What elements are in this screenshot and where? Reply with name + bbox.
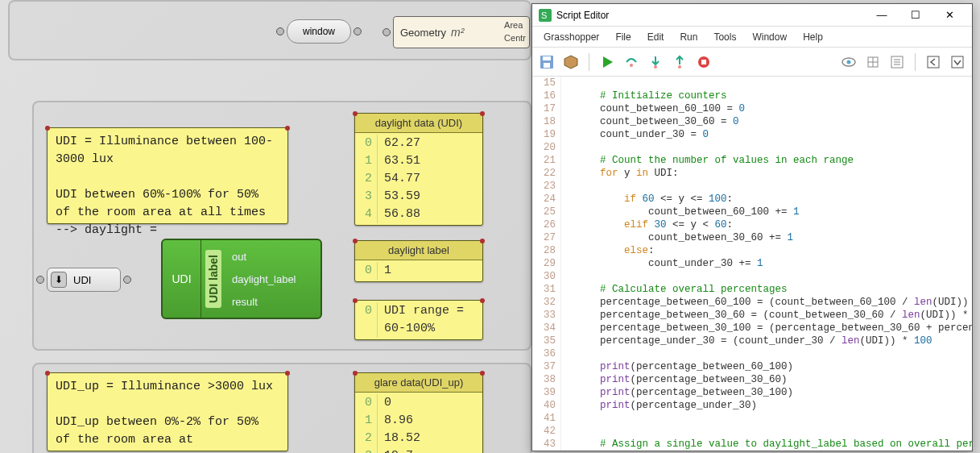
menu-window[interactable]: Window [746, 29, 793, 45]
step-out-icon[interactable] [670, 52, 689, 72]
table-row: 18.96 [355, 412, 482, 430]
panel-title: daylight label [355, 241, 482, 260]
python-script-component[interactable]: UDI UDI label out daylight_label result [161, 239, 322, 319]
note-udi-up-definition[interactable]: UDI_up = Illuminance >3000 lux UDI_up be… [47, 372, 288, 451]
input-port[interactable] [36, 276, 44, 284]
preview-icon[interactable] [839, 52, 858, 72]
svg-point-5 [630, 64, 633, 67]
script-output-out[interactable]: out [225, 251, 320, 263]
output-port[interactable] [354, 27, 362, 35]
svg-text:S: S [541, 10, 547, 20]
panel-glare-data[interactable]: glare data(UDI_up) 0018.96218.52319.7 [354, 372, 483, 453]
output-area: Area [504, 19, 526, 31]
toolbar [532, 48, 972, 77]
menubar: Grasshopper File Edit Run Tools Window H… [532, 27, 972, 48]
geometry-outputs: Area Centr [504, 19, 526, 44]
script-output-daylight-label[interactable]: daylight_label [225, 273, 320, 285]
table-row: 319.7 [355, 447, 482, 453]
panel-udi-range[interactable]: 0UDI range = 60-100% [354, 300, 483, 340]
step-into-icon[interactable] [646, 52, 665, 72]
svg-rect-3 [543, 56, 551, 60]
svg-point-6 [654, 65, 657, 69]
table-row: 353.59 [355, 188, 482, 206]
svg-rect-9 [701, 60, 706, 64]
menu-run[interactable]: Run [673, 29, 704, 45]
table-row: 218.52 [355, 430, 482, 447]
input-port[interactable] [276, 27, 284, 35]
output-port[interactable] [123, 276, 131, 284]
panel-left-icon[interactable] [924, 52, 943, 72]
output-centroid: Centr [504, 31, 526, 44]
window-label: window [303, 26, 335, 37]
panel-bottom-icon[interactable] [948, 52, 967, 72]
table-row: 01 [355, 262, 482, 280]
udi-input-param[interactable]: ⬇ UDI [47, 268, 121, 292]
input-port[interactable] [382, 28, 391, 36]
panel-title: glare data(UDI_up) [355, 373, 482, 393]
table-row: 00 [355, 394, 482, 412]
script-vertical-label: UDI label [201, 240, 225, 318]
code-editor[interactable]: 1516171819202122232425262728293031323334… [532, 77, 972, 451]
script-input-udi[interactable]: UDI [163, 240, 201, 318]
titlebar[interactable]: S Script Editor ― ☐ ✕ [532, 4, 972, 27]
table-row: 0UDI range = 60-100% [355, 302, 482, 338]
svg-point-11 [847, 60, 851, 64]
package-icon[interactable] [561, 52, 581, 72]
maximize-button[interactable]: ☐ [899, 6, 932, 24]
panel-daylight-data[interactable]: daylight data (UDI) 062.27163.51254.7735… [354, 113, 483, 226]
note-udi-definition[interactable]: UDI = Illuminance between 100-3000 lux U… [47, 127, 288, 224]
run-icon[interactable] [598, 52, 617, 72]
table-row: 163.51 [355, 152, 482, 170]
menu-help[interactable]: Help [796, 29, 829, 45]
options-icon[interactable] [887, 52, 907, 72]
menu-edit[interactable]: Edit [641, 29, 671, 45]
table-row: 456.88 [355, 206, 482, 223]
geometry-component[interactable]: Geometry m² Area Centr [393, 16, 530, 48]
svg-point-7 [678, 65, 681, 69]
panel-daylight-label[interactable]: daylight label 01 [354, 240, 483, 282]
line-number-gutter: 1516171819202122232425262728293031323334… [532, 77, 561, 451]
download-icon: ⬇ [51, 272, 67, 288]
save-icon[interactable] [537, 52, 556, 72]
window-param[interactable]: window [287, 19, 351, 44]
step-over-icon[interactable] [622, 52, 641, 72]
minimize-button[interactable]: ― [866, 6, 898, 24]
panel-title: daylight data (UDI) [355, 114, 482, 133]
svg-rect-14 [928, 56, 939, 68]
stop-icon[interactable] [694, 52, 713, 72]
menu-tools[interactable]: Tools [707, 29, 742, 45]
publish-icon[interactable] [863, 52, 883, 72]
svg-rect-4 [544, 63, 550, 68]
script-output-result[interactable]: result [225, 296, 320, 308]
script-editor-window: S Script Editor ― ☐ ✕ Grasshopper File E… [531, 3, 973, 451]
app-icon: S [539, 9, 552, 22]
close-button[interactable]: ✕ [933, 6, 966, 24]
code-content[interactable]: # Initialize counters count_between_60_1… [561, 77, 972, 451]
window-title: Script Editor [556, 10, 866, 21]
menu-file[interactable]: File [609, 29, 637, 45]
table-row: 254.77 [355, 170, 482, 188]
menu-grasshopper[interactable]: Grasshopper [537, 29, 606, 45]
geometry-label: Geometry [400, 27, 446, 39]
svg-rect-15 [952, 56, 963, 68]
geometry-unit: m² [451, 26, 464, 39]
udi-label: UDI [73, 274, 91, 286]
table-row: 062.27 [355, 135, 482, 152]
